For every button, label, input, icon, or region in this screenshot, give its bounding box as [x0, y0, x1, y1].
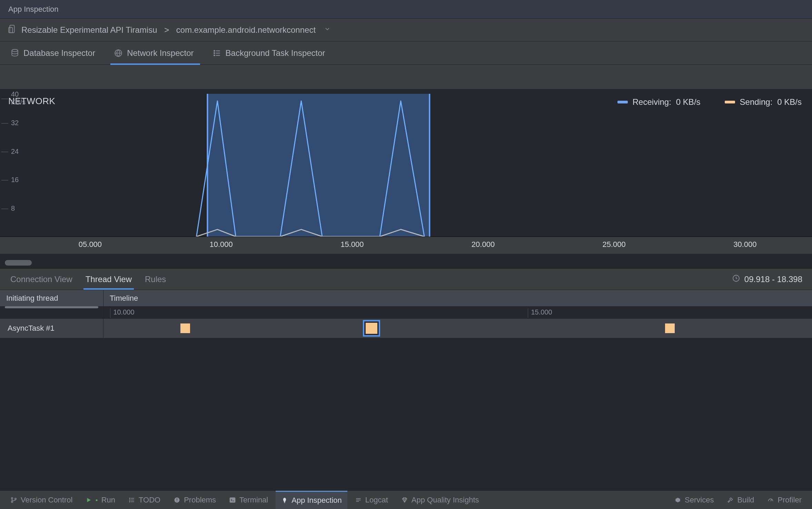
thread-grid-header: Initiating thread Timeline [0, 290, 812, 306]
tab-database-inspector-label: Database Inspector [23, 48, 95, 58]
tab-thread-view-label: Thread View [86, 275, 132, 284]
run-status-dot: ● [95, 498, 98, 502]
timeline-tick: 15.000 [528, 308, 552, 318]
chart-scrollbar[interactable] [5, 260, 32, 266]
thread-row-asynctask-1[interactable]: AsyncTask #1 [0, 319, 812, 338]
target-device-label: Resizable Experimental API Tiramisu [21, 25, 157, 35]
tab-background-task-inspector[interactable]: Background Task Inspector [210, 41, 328, 64]
svg-point-8 [214, 52, 215, 53]
network-call-block[interactable] [180, 323, 190, 333]
svg-marker-37 [675, 498, 680, 502]
toolwindow-build-label: Build [737, 496, 754, 505]
column-timeline-label: Timeline [110, 294, 138, 303]
svg-line-38 [771, 499, 772, 501]
toolwindow-run[interactable]: ● Run [80, 491, 121, 509]
toolwindow-profiler[interactable]: Profiler [762, 491, 807, 509]
tab-background-task-inspector-label: Background Task Inspector [226, 48, 325, 58]
toolwindow-services[interactable]: Services [669, 491, 719, 509]
svg-point-9 [214, 55, 215, 56]
column-resize-handle[interactable] [5, 306, 98, 308]
warning-icon [174, 497, 180, 503]
toolwindow-version-control[interactable]: Version Control [5, 491, 78, 509]
toolwindow-todo-label: TODO [139, 496, 160, 505]
inspect-icon [281, 497, 288, 504]
toolwindow-todo[interactable]: TODO [123, 491, 166, 509]
svg-rect-29 [284, 502, 285, 503]
x-tick: 25.000 [603, 240, 626, 249]
target-separator: > [162, 25, 171, 35]
diamond-icon [401, 497, 408, 503]
svg-rect-1 [9, 27, 12, 32]
chart-x-axis: 05.00010.00015.00020.00025.00030.000 [0, 237, 812, 251]
network-call-block-selected[interactable] [364, 321, 379, 335]
toolwindow-run-label: Run [101, 496, 115, 505]
toolwindow-app-quality-label: App Quality Insights [412, 496, 479, 505]
tab-network-inspector-label: Network Inspector [127, 48, 194, 58]
thread-grid-rows: AsyncTask #1 [0, 319, 812, 463]
network-call-block[interactable] [665, 323, 675, 333]
svg-rect-26 [177, 501, 177, 501]
bottom-toolwindow-bar: Version Control ● Run TODO [0, 490, 812, 509]
svg-point-22 [129, 500, 130, 500]
device-icon [8, 24, 17, 36]
svg-point-2 [12, 49, 18, 52]
tab-thread-view[interactable]: Thread View [85, 269, 132, 290]
toolwindow-logcat-label: Logcat [365, 496, 388, 505]
toolwindow-build[interactable]: Build [721, 491, 760, 509]
svg-point-15 [11, 501, 13, 502]
toolwindow-terminal-label: Terminal [239, 496, 268, 505]
globe-icon [114, 49, 123, 58]
toolwindow-terminal[interactable]: Terminal [224, 491, 274, 509]
network-chart[interactable]: NETWORK Receiving: 0 KB/s Sending: 0 KB/… [0, 89, 812, 268]
tab-network-inspector[interactable]: Network Inspector [111, 41, 196, 64]
y-tick: 8 [1, 204, 15, 212]
clock-icon [732, 274, 740, 285]
toolwindow-app-inspection[interactable]: App Inspection [276, 491, 347, 509]
svg-rect-27 [230, 498, 235, 502]
toolwindow-version-control-label: Version Control [21, 496, 72, 505]
y-tick: 16 [1, 176, 19, 184]
toolwindow-problems-label: Problems [184, 496, 216, 505]
y-tick: 40 KB/s [1, 90, 26, 106]
y-tick: 24 [1, 148, 19, 156]
thread-grid-time-axis: 10.00015.000 [0, 306, 812, 319]
tab-connection-view[interactable]: Connection View [10, 269, 73, 290]
svg-point-23 [129, 501, 130, 502]
column-initiating-thread[interactable]: Initiating thread [0, 290, 103, 306]
tab-database-inspector[interactable]: Database Inspector [8, 41, 98, 64]
toolwindow-app-inspection-label: App Inspection [291, 496, 342, 505]
tab-rules-label: Rules [145, 275, 166, 284]
gauge-icon [767, 497, 774, 503]
column-initiating-thread-label: Initiating thread [6, 294, 58, 303]
lower-tab-bar: Connection View Thread View Rules 09.918… [0, 268, 812, 290]
services-icon [674, 497, 681, 503]
toolwindow-profiler-label: Profiler [778, 496, 802, 505]
logcat-icon [355, 497, 362, 503]
x-tick: 20.000 [472, 240, 495, 249]
svg-rect-0 [10, 25, 14, 33]
svg-point-14 [11, 497, 13, 499]
svg-point-16 [15, 498, 16, 499]
toolwindow-services-label: Services [685, 496, 714, 505]
play-icon [86, 497, 92, 503]
list-icon [128, 497, 135, 503]
time-range-value: 09.918 - 18.398 [744, 275, 802, 284]
svg-rect-25 [177, 498, 177, 500]
tab-connection-view-label: Connection View [10, 275, 72, 284]
timeline-tick: 10.000 [110, 308, 134, 318]
chevron-down-icon [320, 26, 331, 34]
x-tick: 15.000 [340, 240, 364, 249]
hammer-icon [727, 497, 734, 503]
target-process-selector[interactable]: Resizable Experimental API Tiramisu > co… [0, 19, 812, 41]
toolwindow-logcat[interactable]: Logcat [349, 491, 394, 509]
x-tick: 05.000 [79, 240, 102, 249]
svg-marker-17 [87, 498, 91, 502]
selected-time-range: 09.918 - 18.398 [732, 269, 802, 290]
branch-icon [10, 497, 17, 503]
tab-rules[interactable]: Rules [144, 269, 167, 290]
toolwindow-problems[interactable]: Problems [168, 491, 221, 509]
x-tick: 30.000 [733, 240, 756, 249]
inspector-toolbar [0, 65, 812, 89]
tool-window-title: App Inspection [0, 0, 812, 19]
toolwindow-app-quality[interactable]: App Quality Insights [396, 491, 485, 509]
